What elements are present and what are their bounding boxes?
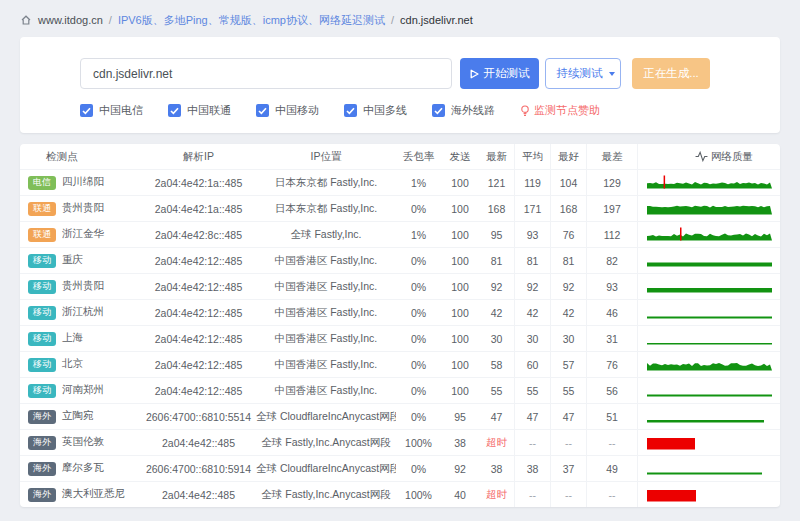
start-test-button[interactable]: 开始测试 [460,58,539,89]
carrier-badge: 移动 [28,306,56,320]
carrier-badge: 海外 [28,410,56,424]
checkbox-checked-icon [80,104,93,117]
network-quality-cell [638,352,781,378]
network-quality-sparkline [646,356,772,376]
resolved-ip: 2a04:4e42:1a::485 [141,196,256,222]
worst-ms: 197 [587,196,638,222]
worst-ms: 46 [587,300,638,326]
breadcrumb-current: cdn.jsdelivr.net [400,14,473,26]
latest-ms: 42 [479,300,515,326]
column-header-8: 最差 [587,144,638,170]
checkbox-label: 中国多线 [363,103,407,118]
node-location: 重庆 [62,253,83,265]
sent-count: 100 [441,300,479,326]
sent-count: 100 [441,222,479,248]
table-row: 移动北京2a04:4e42:12::485中国香港区 Fastly,Inc.0%… [20,352,780,378]
page: www.itdog.cn / IPV6版、多地Ping、常规版、icmp协议、网… [0,0,800,507]
line-checkbox-2[interactable]: 中国联通 [168,103,231,118]
latest-ms: 81 [479,248,515,274]
network-quality-sparkline [646,382,772,402]
carrier-badge: 海外 [28,436,56,450]
node-location: 贵州贵阳 [62,279,104,291]
network-quality-cell [638,196,781,222]
generating-button[interactable]: 正在生成... [632,58,710,89]
network-quality-sparkline [646,226,772,246]
network-quality-cell [638,170,781,196]
packet-loss: 0% [396,404,441,430]
column-header-2: IP位置 [256,144,396,170]
line-checkbox-3[interactable]: 中国移动 [256,103,319,118]
worst-ms: 49 [587,456,638,482]
sponsor-link[interactable]: 监测节点赞助 [520,103,600,118]
line-checkbox-5[interactable]: 海外线路 [432,103,495,118]
carrier-badge: 移动 [28,280,56,294]
packet-loss: 100% [396,430,441,456]
line-checkbox-4[interactable]: 中国多线 [344,103,407,118]
sent-count: 100 [441,196,479,222]
packet-loss: 0% [396,456,441,482]
target-host-input[interactable] [80,58,452,89]
packet-loss: 0% [396,378,441,404]
home-icon [20,14,32,26]
best-ms: 37 [551,456,587,482]
network-quality-cell [638,456,781,482]
best-ms: 92 [551,274,587,300]
network-quality-sparkline [646,200,772,220]
worst-ms: 129 [587,170,638,196]
node-location: 摩尔多瓦 [62,461,104,473]
table-row: 移动上海2a04:4e42:12::485中国香港区 Fastly,Inc.0%… [20,326,780,352]
breadcrumb-category-link[interactable]: IPV6版、多地Ping、常规版、icmp协议、网络延迟测试 [118,13,385,28]
column-header-0: 检测点 [20,144,141,170]
ip-location: 全球 CloudflareIncAnycast网段 [256,456,396,482]
best-ms: -- [551,430,587,456]
carrier-badge: 海外 [28,462,56,476]
network-quality-cell [638,482,781,508]
breadcrumb: www.itdog.cn / IPV6版、多地Ping、常规版、icmp协议、网… [20,0,780,31]
carrier-badge: 电信 [28,176,56,190]
checkbox-label: 海外线路 [451,103,495,118]
chevron-down-icon [609,72,615,76]
carrier-badge: 移动 [28,254,56,268]
packet-loss: 1% [396,170,441,196]
table-header-row: 检测点解析IPIP位置丢包率发送最新平均最好最差网络质量 [20,144,780,170]
resolved-ip: 2a04:4e42:12::485 [141,378,256,404]
ip-location: 全球 Fastly,Inc. [256,222,396,248]
sent-count: 95 [441,404,479,430]
worst-ms: -- [587,430,638,456]
ip-location: 中国香港区 Fastly,Inc. [256,274,396,300]
node-location: 贵州贵阳 [62,201,104,213]
worst-ms: 51 [587,404,638,430]
sent-count: 100 [441,170,479,196]
network-quality-cell [638,300,781,326]
ip-location: 中国香港区 Fastly,Inc. [256,248,396,274]
carrier-badge: 移动 [28,384,56,398]
best-ms: 55 [551,378,587,404]
line-checkbox-1[interactable]: 中国电信 [80,103,143,118]
packet-loss: 0% [396,352,441,378]
latest-ms: 55 [479,378,515,404]
worst-ms: 82 [587,248,638,274]
avg-ms: -- [515,482,551,508]
checkbox-list: 中国电信中国联通中国移动中国多线海外线路 [80,103,520,118]
probe-node-cell: 移动河南郑州 [20,378,141,404]
probe-node-cell: 移动贵州贵阳 [20,274,141,300]
best-ms: 47 [551,404,587,430]
network-quality-sparkline [646,252,772,272]
worst-ms: 76 [587,352,638,378]
checkbox-checked-icon [344,104,357,117]
network-quality-sparkline [646,460,772,480]
avg-ms: 30 [515,326,551,352]
bulb-icon [520,105,530,117]
ip-location: 全球 Fastly,Inc.Anycast网段 [256,430,396,456]
breadcrumb-site-link[interactable]: www.itdog.cn [38,14,103,26]
network-quality-sparkline [646,330,772,350]
ip-location: 日本东京都 Fastly,Inc. [256,196,396,222]
column-header-3: 丢包率 [396,144,441,170]
latest-ms: 121 [479,170,515,196]
node-location: 澳大利亚悉尼 [62,487,125,499]
table-row: 联通贵州贵阳2a04:4e42:1a::485日本东京都 Fastly,Inc.… [20,196,780,222]
continuous-test-button[interactable]: 持续测试 [545,58,621,89]
latest-ms: 168 [479,196,515,222]
table-row: 移动贵州贵阳2a04:4e42:12::485中国香港区 Fastly,Inc.… [20,274,780,300]
sent-count: 92 [441,456,479,482]
